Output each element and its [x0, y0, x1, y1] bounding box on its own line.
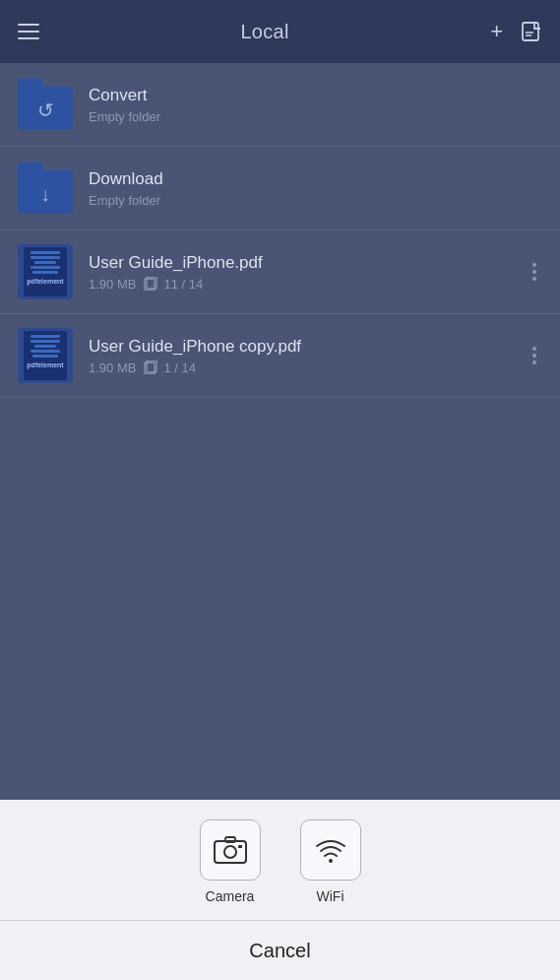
svg-rect-0	[523, 23, 538, 40]
file-name: Download	[89, 169, 544, 189]
svg-rect-7	[215, 841, 246, 863]
svg-point-8	[224, 846, 236, 858]
pages-icon	[144, 277, 159, 291]
more-options-icon[interactable]	[525, 255, 544, 289]
list-item[interactable]: pdfelement User Guide_iPhone copy.pdf 1.…	[0, 314, 560, 398]
file-size: 1.90 MB	[89, 277, 136, 292]
list-item[interactable]: ↺ Convert Empty folder	[0, 63, 560, 147]
file-list: ↺ Convert Empty folder ↓ Download Empty …	[0, 63, 560, 800]
add-icon[interactable]: +	[490, 19, 503, 44]
cancel-label: Cancel	[249, 940, 310, 962]
list-item[interactable]: ↓ Download Empty folder	[0, 147, 560, 230]
svg-rect-9	[225, 837, 235, 842]
file-subtitle: Empty folder	[89, 193, 544, 208]
header: Local +	[0, 0, 560, 63]
file-meta: 1.90 MB 1 / 14	[89, 360, 525, 375]
file-meta: 1.90 MB 11 / 14	[89, 277, 525, 292]
menu-icon[interactable]	[18, 24, 39, 39]
camera-action[interactable]: Camera	[200, 819, 261, 904]
wifi-action[interactable]: WiFi	[300, 819, 361, 904]
list-item[interactable]: pdfelement User Guide_iPhone.pdf 1.90 MB…	[0, 230, 560, 314]
wifi-label: WiFi	[317, 888, 344, 904]
file-name: Convert	[89, 86, 544, 105]
page-title: Local	[240, 21, 288, 43]
file-subtitle: Empty folder	[89, 109, 544, 124]
camera-label: Camera	[206, 888, 255, 904]
action-row: Camera WiFi	[0, 800, 560, 920]
file-pages: 1 / 14	[144, 360, 196, 375]
pdf-thumbnail: pdfelement	[16, 242, 75, 301]
camera-icon-box	[200, 819, 261, 881]
wifi-icon-box	[300, 819, 361, 881]
more-options-icon[interactable]	[525, 339, 544, 372]
svg-rect-10	[238, 845, 242, 848]
camera-icon	[214, 836, 247, 864]
file-pages: 11 / 14	[144, 277, 203, 292]
wifi-icon	[315, 836, 346, 864]
svg-point-11	[329, 859, 333, 863]
bottom-panel: Camera WiFi Cancel	[0, 800, 560, 980]
folder-thumbnail: ↺	[16, 75, 75, 134]
pdf-thumbnail: pdfelement	[16, 326, 75, 385]
file-name: User Guide_iPhone.pdf	[89, 253, 525, 273]
note-icon[interactable]	[521, 21, 542, 42]
file-size: 1.90 MB	[89, 360, 136, 375]
cancel-button[interactable]: Cancel	[0, 921, 560, 980]
folder-thumbnail: ↓	[16, 159, 75, 218]
pages-icon	[144, 360, 159, 374]
file-name: User Guide_iPhone copy.pdf	[89, 337, 525, 357]
